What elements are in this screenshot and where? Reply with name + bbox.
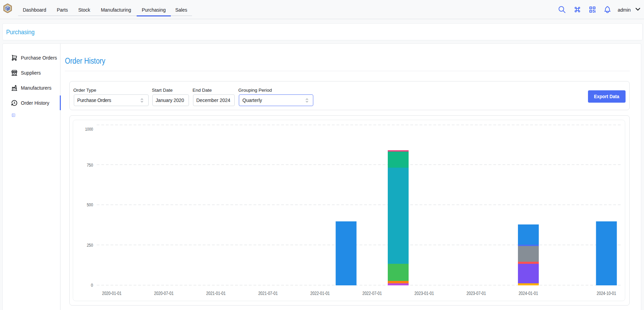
svg-text:250: 250	[87, 243, 93, 248]
svg-text:1000: 1000	[85, 127, 93, 132]
svg-text:2022-01-01: 2022-01-01	[310, 290, 330, 296]
svg-text:2021-01-01: 2021-01-01	[206, 290, 226, 296]
svg-text:750: 750	[87, 163, 93, 168]
svg-text:2022-07-01: 2022-07-01	[362, 290, 382, 296]
svg-text:2024-10-01: 2024-10-01	[597, 290, 616, 296]
svg-text:2021-07-01: 2021-07-01	[258, 290, 278, 296]
svg-text:2024-01-01: 2024-01-01	[519, 290, 538, 296]
svg-text:0: 0	[91, 283, 93, 288]
svg-text:2023-01-01: 2023-01-01	[414, 290, 434, 296]
svg-text:2023-07-01: 2023-07-01	[467, 290, 486, 296]
svg-text:2020-01-01: 2020-01-01	[102, 290, 122, 296]
svg-text:500: 500	[87, 202, 93, 207]
svg-text:2020-07-01: 2020-07-01	[154, 290, 174, 296]
